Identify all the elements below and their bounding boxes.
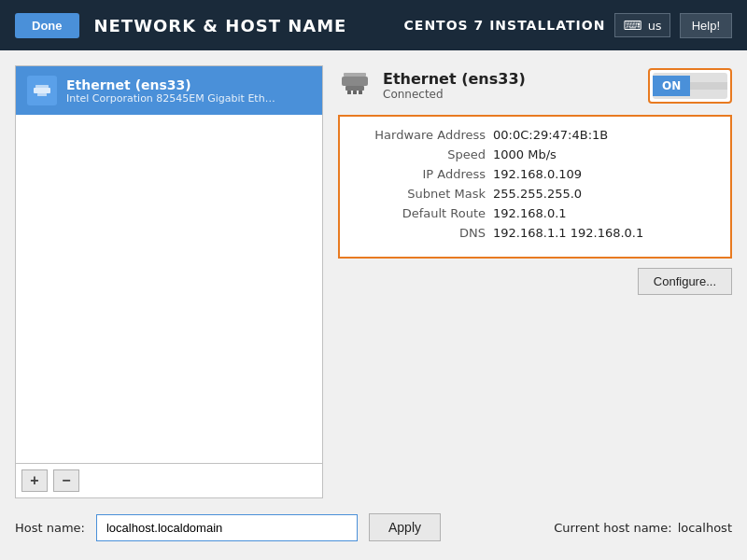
ip-value: 192.168.0.109 <box>493 167 582 181</box>
hardware-address-label: Hardware Address <box>355 128 486 142</box>
install-title: CENTOS 7 INSTALLATION <box>404 18 606 33</box>
apply-button[interactable]: Apply <box>369 513 441 541</box>
network-list-buttons: + − <box>16 463 322 497</box>
svg-rect-7 <box>353 91 357 94</box>
svg-rect-2 <box>35 85 49 88</box>
header-right: CENTOS 7 INSTALLATION ⌨ us Help! <box>404 13 732 38</box>
device-header: Ethernet (ens33) Connected ON <box>338 65 732 105</box>
current-host-label: Current host name: <box>554 521 671 535</box>
network-item-info: Ethernet (ens33) Intel Corporation 82545… <box>66 77 311 105</box>
page-title: NETWORK & HOST NAME <box>94 16 347 35</box>
add-network-button[interactable]: + <box>21 469 48 492</box>
device-status: Connected <box>383 88 526 101</box>
toggle-switch[interactable]: ON <box>653 73 727 99</box>
keyboard-icon: ⌨ <box>623 18 641 33</box>
configure-button[interactable]: Configure... <box>638 268 732 295</box>
speed-label: Speed <box>355 147 486 161</box>
device-info-panel: Ethernet (ens33) Connected ON Hardware A… <box>338 65 732 498</box>
remove-network-button[interactable]: − <box>53 469 79 492</box>
header: Done NETWORK & HOST NAME CENTOS 7 INSTAL… <box>0 0 747 50</box>
device-title-area: Ethernet (ens33) Connected <box>338 65 526 105</box>
route-label: Default Route <box>355 206 486 220</box>
current-host-value: localhost <box>678 521 732 535</box>
network-list-spacer <box>16 115 322 463</box>
keyboard-lang: us <box>648 19 662 33</box>
keyboard-selector[interactable]: ⌨ us <box>614 13 669 37</box>
info-box-wrapper: Hardware Address 00:0C:29:47:4B:1B Speed… <box>338 115 732 259</box>
svg-rect-3 <box>342 77 368 86</box>
ip-row: IP Address 192.168.0.109 <box>355 167 715 181</box>
hardware-address-value: 00:0C:29:47:4B:1B <box>493 128 608 142</box>
route-value: 192.168.0.1 <box>493 206 567 220</box>
help-button[interactable]: Help! <box>680 13 732 38</box>
top-panel: Ethernet (ens33) Intel Corporation 82545… <box>15 65 732 498</box>
toggle-off-area <box>690 82 727 90</box>
subnet-row: Subnet Mask 255.255.255.0 <box>355 187 715 201</box>
route-row: Default Route 192.168.0.1 <box>355 206 715 220</box>
network-list-panel: Ethernet (ens33) Intel Corporation 82545… <box>15 65 323 498</box>
toggle-on-label: ON <box>653 76 690 96</box>
subnet-label: Subnet Mask <box>355 187 486 201</box>
subnet-value: 255.255.255.0 <box>493 187 582 201</box>
list-item[interactable]: Ethernet (ens33) Intel Corporation 82545… <box>16 66 322 115</box>
toggle-container[interactable]: ON <box>648 68 732 104</box>
dns-label: DNS <box>355 226 486 240</box>
ip-label: IP Address <box>355 167 486 181</box>
ethernet-icon <box>338 65 372 105</box>
host-name-label: Host name: <box>15 521 85 535</box>
network-item-name: Ethernet (ens33) <box>66 77 311 92</box>
device-name-area: Ethernet (ens33) Connected <box>383 70 526 101</box>
speed-row: Speed 1000 Mb/s <box>355 147 715 161</box>
dns-row: DNS 192.168.1.1 192.168.0.1 <box>355 226 715 240</box>
dns-value: 192.168.1.1 192.168.0.1 <box>493 226 643 240</box>
device-name: Ethernet (ens33) <box>383 70 526 88</box>
hardware-address-row: Hardware Address 00:0C:29:47:4B:1B <box>355 128 715 142</box>
info-box: Hardware Address 00:0C:29:47:4B:1B Speed… <box>338 115 732 259</box>
network-adapter-icon <box>27 76 57 105</box>
host-name-input[interactable] <box>96 514 358 541</box>
main-content: Ethernet (ens33) Intel Corporation 82545… <box>0 50 747 560</box>
done-button[interactable]: Done <box>15 13 79 38</box>
network-item-desc: Intel Corporation 82545EM Gigabit Ethern… <box>66 92 281 105</box>
header-left: Done NETWORK & HOST NAME <box>15 13 346 38</box>
svg-rect-8 <box>359 91 362 94</box>
svg-rect-0 <box>34 88 50 93</box>
speed-value: 1000 Mb/s <box>493 147 557 161</box>
svg-rect-5 <box>344 73 366 77</box>
svg-rect-6 <box>347 91 351 94</box>
svg-rect-4 <box>345 86 364 91</box>
svg-rect-1 <box>37 93 47 96</box>
bottom-bar: Host name: Apply Current host name: loca… <box>15 510 732 545</box>
current-host-area: Current host name: localhost <box>554 521 732 535</box>
